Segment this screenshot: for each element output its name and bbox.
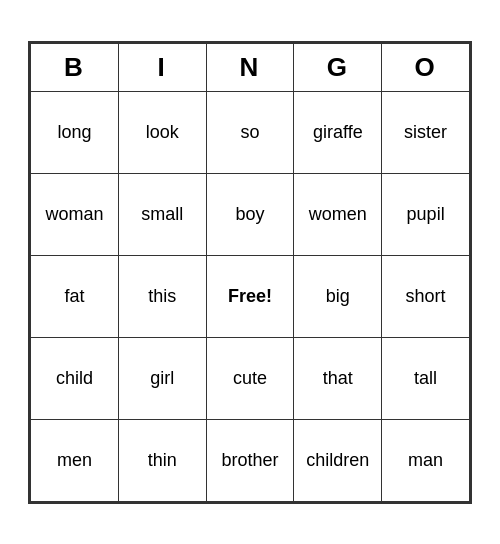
table-cell: man: [382, 419, 470, 501]
table-row: womansmallboywomenpupil: [31, 173, 470, 255]
table-cell: Free!: [206, 255, 294, 337]
table-row: menthinbrotherchildrenman: [31, 419, 470, 501]
table-cell: tall: [382, 337, 470, 419]
table-cell: that: [294, 337, 382, 419]
table-cell: sister: [382, 91, 470, 173]
table-row: fatthisFree!bigshort: [31, 255, 470, 337]
table-cell: girl: [118, 337, 206, 419]
table-cell: thin: [118, 419, 206, 501]
table-cell: so: [206, 91, 294, 173]
table-cell: long: [31, 91, 119, 173]
table-cell: pupil: [382, 173, 470, 255]
header-row: B I N G O: [31, 43, 470, 91]
table-cell: big: [294, 255, 382, 337]
col-n: N: [206, 43, 294, 91]
table-cell: boy: [206, 173, 294, 255]
table-row: childgirlcutethattall: [31, 337, 470, 419]
table-cell: brother: [206, 419, 294, 501]
table-cell: look: [118, 91, 206, 173]
table-cell: women: [294, 173, 382, 255]
bingo-body: longlooksogiraffesisterwomansmallboywome…: [31, 91, 470, 501]
col-g: G: [294, 43, 382, 91]
col-i: I: [118, 43, 206, 91]
table-cell: this: [118, 255, 206, 337]
col-o: O: [382, 43, 470, 91]
table-cell: children: [294, 419, 382, 501]
bingo-card: B I N G O longlooksogiraffesisterwomansm…: [28, 41, 472, 504]
table-cell: cute: [206, 337, 294, 419]
table-cell: men: [31, 419, 119, 501]
table-cell: child: [31, 337, 119, 419]
table-row: longlooksogiraffesister: [31, 91, 470, 173]
table-cell: short: [382, 255, 470, 337]
bingo-table: B I N G O longlooksogiraffesisterwomansm…: [30, 43, 470, 502]
table-cell: fat: [31, 255, 119, 337]
col-b: B: [31, 43, 119, 91]
table-cell: woman: [31, 173, 119, 255]
table-cell: small: [118, 173, 206, 255]
table-cell: giraffe: [294, 91, 382, 173]
